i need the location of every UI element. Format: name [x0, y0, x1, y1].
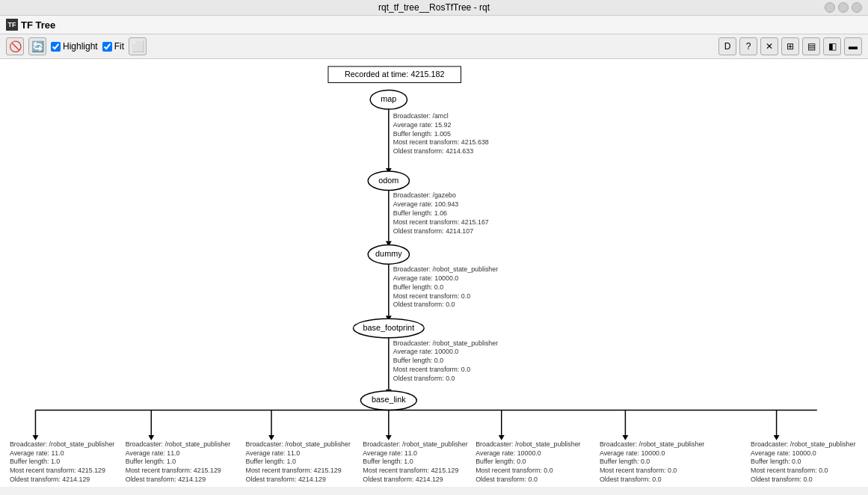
map-broadcaster: Broadcaster: /amcl: [393, 112, 449, 120]
bf-buffer: Buffer length: 0.0: [393, 357, 443, 364]
w2-recent: Most recent transform: 4215.129: [246, 467, 342, 474]
cam-avg-rate: Average rate: 10000.0: [751, 449, 816, 457]
w1-oldest: Oldest transform: 4214.129: [363, 476, 443, 483]
w3-buffer: Buffer length: 1.0: [126, 458, 176, 465]
cam-oldest: Oldest transform: 0.0: [751, 476, 813, 483]
w3-broadcaster: Broadcaster: /robot_state_publisher: [126, 440, 230, 448]
w1-avg-rate: Average rate: 11.0: [363, 449, 417, 457]
fit-checkbox[interactable]: [102, 42, 112, 52]
imu-broadcaster: Broadcaster: /robot_state_publisher: [475, 440, 580, 448]
cam-recent: Most recent transform: 0.0: [751, 467, 828, 474]
screenshot-button[interactable]: ⬜: [129, 37, 147, 55]
w2-buffer: Buffer length: 1.0: [246, 458, 296, 465]
odom-buffer: Buffer length: 1.06: [393, 209, 447, 217]
laser-recent: Most recent transform: 0.0: [600, 467, 677, 474]
main-canvas: Recorded at time: 4215.182 map Broadcast…: [0, 59, 868, 487]
w4-broadcaster: Broadcaster: /robot_state_publisher: [10, 440, 114, 448]
minimize-button[interactable]: [825, 2, 835, 13]
d-button[interactable]: D: [718, 37, 736, 55]
dummy-oldest: Oldest transform: 0.0: [393, 301, 455, 308]
refresh-button[interactable]: 🔄: [28, 37, 46, 55]
w3-recent: Most recent transform: 4215.129: [126, 467, 221, 474]
fit-checkbox-label[interactable]: Fit: [102, 41, 124, 52]
highlight-label: Highlight: [63, 41, 98, 52]
w2-avg-rate: Average rate: 11.0: [246, 449, 301, 457]
dummy-recent: Most recent transform: 0.0: [393, 292, 470, 300]
stop-icon: 🚫: [9, 40, 22, 52]
w1-buffer: Buffer length: 1.0: [363, 458, 413, 465]
window-controls: [825, 2, 862, 13]
recorded-time: Recorded at time: 4215.182: [345, 70, 445, 79]
fit-label: Fit: [114, 41, 124, 52]
title-bar: rqt_tf_tree__RosTfTree - rqt: [0, 0, 868, 16]
w4-oldest: Oldest transform: 4214.129: [10, 476, 90, 483]
w3-oldest: Oldest transform: 4214.129: [126, 476, 206, 483]
map-recent: Most recent transform: 4215.638: [393, 138, 489, 146]
odom-oldest: Oldest transform: 4214.107: [393, 227, 473, 235]
odom-avg-rate: Average rate: 100.943: [393, 200, 459, 208]
imu-avg-rate: Average rate: 10000.0: [475, 449, 541, 457]
map-buffer: Buffer length: 1.005: [393, 130, 451, 138]
refresh-icon: 🔄: [31, 40, 44, 52]
tf-tree-diagram: Recorded at time: 4215.182 map Broadcast…: [0, 59, 868, 487]
base-link-node-label: base_link: [372, 395, 406, 404]
imu-recent: Most recent transform: 0.0: [475, 467, 552, 474]
highlight-checkbox[interactable]: [51, 42, 61, 52]
laser-avg-rate: Average rate: 10000.0: [600, 449, 665, 457]
odom-broadcaster: Broadcaster: /gazebo: [393, 191, 456, 199]
map-oldest: Oldest transform: 4214.633: [393, 147, 473, 155]
bf-avg-rate: Average rate: 10000.0: [393, 348, 459, 355]
dummy-broadcaster: Broadcaster: /robot_state_publisher: [393, 265, 498, 273]
odom-node-label: odom: [378, 176, 398, 185]
map-node-label: map: [381, 94, 396, 103]
toolbar: 🚫 🔄 Highlight Fit ⬜ D ? ✕ ⊞ ▤ ◧ ▬: [0, 34, 868, 59]
w4-buffer: Buffer length: 1.0: [10, 458, 60, 465]
tf-icon: TF: [6, 19, 18, 31]
dock-button[interactable]: ◧: [823, 37, 841, 55]
bf-broadcaster: Broadcaster: /robot_state_publisher: [393, 339, 498, 347]
stop-button[interactable]: 🚫: [6, 37, 24, 55]
laser-buffer: Buffer length: 0.0: [600, 458, 650, 465]
imu-buffer: Buffer length: 0.0: [475, 458, 526, 465]
base-footprint-node-label: base_footprint: [363, 323, 415, 332]
dummy-avg-rate: Average rate: 10000.0: [393, 274, 459, 282]
dummy-node-label: dummy: [375, 249, 402, 258]
minimize-panel-button[interactable]: ▤: [802, 37, 820, 55]
w1-broadcaster: Broadcaster: /robot_state_publisher: [363, 440, 467, 448]
screenshot-icon: ⬜: [132, 40, 144, 52]
bf-recent: Most recent transform: 0.0: [393, 366, 470, 373]
dummy-buffer: Buffer length: 0.0: [393, 283, 443, 291]
app-title: TF TF Tree: [6, 19, 55, 31]
undock-button[interactable]: ⊞: [781, 37, 799, 55]
laser-oldest: Oldest transform: 0.0: [600, 476, 662, 483]
w1-recent: Most recent transform: 4215.129: [363, 467, 458, 474]
odom-recent: Most recent transform: 4215.167: [393, 218, 489, 226]
float-button[interactable]: ▬: [844, 37, 862, 55]
cam-broadcaster: Broadcaster: /robot_state_publisher: [751, 440, 855, 448]
help-button[interactable]: ?: [739, 37, 757, 55]
laser-broadcaster: Broadcaster: /robot_state_publisher: [600, 440, 704, 448]
toolbar-right: D ? ✕ ⊞ ▤ ◧ ▬: [718, 37, 862, 55]
close-plugin-button[interactable]: ✕: [760, 37, 778, 55]
w4-avg-rate: Average rate: 11.0: [10, 449, 64, 457]
w3-avg-rate: Average rate: 11.0: [126, 449, 180, 457]
highlight-checkbox-label[interactable]: Highlight: [51, 41, 98, 52]
w2-oldest: Oldest transform: 4214.129: [246, 476, 326, 483]
window-title: rqt_tf_tree__RosTfTree - rqt: [378, 2, 490, 13]
maximize-button[interactable]: [838, 2, 849, 13]
imu-oldest: Oldest transform: 0.0: [475, 476, 538, 483]
cam-buffer: Buffer length: 0.0: [751, 458, 801, 465]
menu-bar: TF TF Tree: [0, 16, 868, 34]
bf-oldest: Oldest transform: 0.0: [393, 375, 455, 382]
map-avg-rate: Average rate: 15.92: [393, 121, 452, 129]
w4-recent: Most recent transform: 4215.129: [10, 467, 105, 474]
w2-broadcaster: Broadcaster: /robot_state_publisher: [246, 440, 351, 448]
close-button[interactable]: [852, 2, 862, 13]
